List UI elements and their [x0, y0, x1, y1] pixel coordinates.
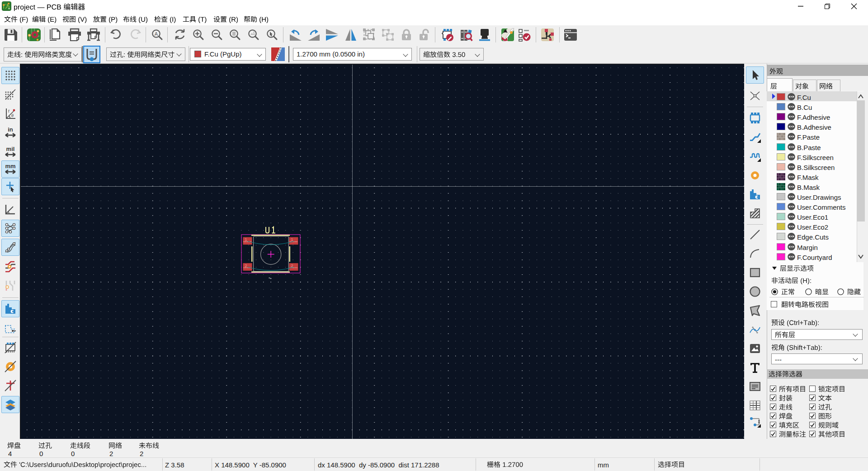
- svg-text:1: 1: [291, 237, 293, 242]
- svg-text:1: 1: [245, 237, 247, 242]
- svg-text:2: 2: [245, 264, 247, 268]
